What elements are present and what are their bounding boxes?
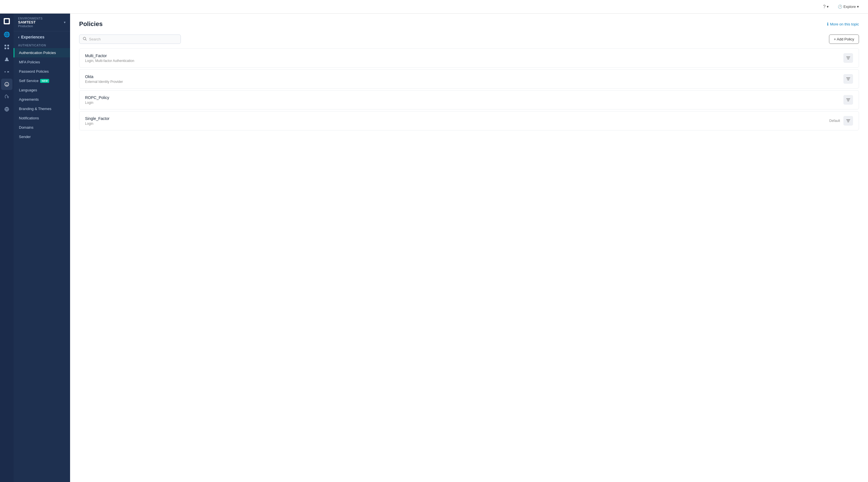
search-icon: [83, 37, 87, 41]
svg-point-10: [83, 37, 86, 40]
policy-actions-button[interactable]: [843, 74, 853, 84]
env-label: Environments: [18, 17, 43, 20]
svg-point-7: [5, 82, 9, 86]
explore-label: Explore: [843, 4, 856, 9]
default-badge: Default: [829, 119, 840, 123]
rail-item-fingerprint[interactable]: [1, 91, 12, 103]
sidebar-back-label: Experiences: [21, 35, 44, 39]
help-icon: ?: [823, 4, 826, 9]
policy-row-right: [843, 74, 853, 84]
svg-line-11: [86, 39, 87, 41]
rail-item-experiences[interactable]: [1, 79, 12, 90]
svg-rect-23: [847, 122, 849, 122]
table-row[interactable]: Multi_Factor Login, Multi-factor Authent…: [79, 48, 859, 67]
env-sub: Production: [18, 24, 43, 28]
search-box: [79, 34, 181, 44]
sidebar-item-auth-policies-label: Authentication Policies: [19, 51, 56, 55]
policy-info: Single_Factor Login: [85, 116, 829, 125]
rail-item-users[interactable]: [1, 54, 12, 65]
policy-name: Okta: [85, 75, 843, 79]
sidebar-item-notifications[interactable]: Notifications: [13, 113, 70, 123]
policy-row-right: [843, 53, 853, 63]
env-chevron-icon: ▾: [64, 20, 66, 24]
sidebar-item-domains[interactable]: Domains: [13, 123, 70, 132]
more-on-topic-label: More on this topic: [830, 22, 859, 26]
rail-item-integrations[interactable]: [1, 104, 12, 115]
sidebar-item-mfa-policies-label: MFA Policies: [19, 60, 40, 64]
policy-row-right: Default: [829, 116, 853, 125]
sidebar: Environments SAMTEST Production ▾ ‹ Expe…: [13, 13, 70, 482]
svg-rect-0: [4, 45, 6, 47]
policy-list: Multi_Factor Login, Multi-factor Authent…: [79, 48, 859, 132]
more-on-topic-link[interactable]: ℹ More on this topic: [827, 22, 859, 26]
sidebar-item-self-service[interactable]: Self Service NEW: [13, 76, 70, 85]
policy-name: Multi_Factor: [85, 53, 843, 58]
help-chevron: ▾: [827, 4, 829, 9]
svg-rect-16: [847, 79, 849, 79]
policy-actions-button[interactable]: [843, 53, 853, 63]
svg-point-5: [4, 71, 6, 73]
policy-row-right: [843, 95, 853, 105]
page-title: Policies: [79, 20, 102, 28]
sidebar-item-mfa-policies[interactable]: MFA Policies: [13, 57, 70, 67]
policy-description: Login: [85, 122, 829, 125]
svg-rect-20: [847, 101, 849, 101]
app-body: 🌐: [0, 13, 868, 482]
explore-button[interactable]: 🕐 Explore ▾: [834, 3, 862, 10]
sidebar-item-domains-label: Domains: [19, 125, 33, 130]
sidebar-item-sender[interactable]: Sender: [13, 132, 70, 141]
svg-rect-22: [847, 120, 849, 121]
sidebar-item-agreements[interactable]: Agreements: [13, 95, 70, 104]
new-badge: NEW: [40, 79, 49, 83]
table-row[interactable]: Okta External Identity Provider: [79, 69, 859, 88]
table-row[interactable]: ROPC_Policy Login: [79, 90, 859, 110]
back-arrow-icon: ‹: [18, 35, 20, 39]
sidebar-item-password-policies[interactable]: Password Policies: [13, 67, 70, 76]
sidebar-item-agreements-label: Agreements: [19, 97, 39, 102]
table-row[interactable]: Single_Factor Login Default: [79, 111, 859, 131]
sidebar-item-auth-policies[interactable]: Authentication Policies: [13, 48, 70, 57]
search-input[interactable]: [89, 37, 177, 41]
ping-logo: [4, 18, 10, 24]
auth-section-label: AUTHENTICATION: [13, 41, 70, 48]
topbar: ? ▾ 🕐 Explore ▾: [0, 0, 868, 13]
policy-info: Multi_Factor Login, Multi-factor Authent…: [85, 53, 843, 63]
sidebar-item-branding-themes-label: Branding & Themes: [19, 107, 52, 111]
main-content: Policies ℹ More on this topic + Add Poli…: [70, 13, 868, 482]
svg-rect-17: [847, 80, 849, 80]
env-name: SAMTEST: [18, 20, 43, 24]
sidebar-item-notifications-label: Notifications: [19, 116, 39, 120]
add-policy-label: + Add Policy: [834, 37, 854, 41]
policy-info: Okta External Identity Provider: [85, 75, 843, 84]
svg-rect-13: [847, 58, 849, 58]
policy-actions-button[interactable]: [843, 116, 853, 125]
info-circle-icon: ℹ: [827, 22, 829, 26]
page-header: Policies ℹ More on this topic: [79, 20, 859, 28]
policy-info: ROPC_Policy Login: [85, 95, 843, 105]
explore-chevron: ▾: [857, 4, 859, 9]
env-selector[interactable]: Environments SAMTEST Production ▾: [13, 13, 70, 31]
svg-rect-18: [846, 98, 850, 99]
svg-rect-15: [846, 78, 850, 78]
policy-actions-button[interactable]: [843, 95, 853, 105]
svg-rect-2: [4, 48, 6, 49]
sidebar-item-branding-themes[interactable]: Branding & Themes: [13, 104, 70, 113]
rail-item-flows[interactable]: [1, 66, 12, 78]
policy-name: ROPC_Policy: [85, 95, 843, 100]
svg-rect-12: [846, 57, 850, 57]
add-policy-button[interactable]: + Add Policy: [829, 34, 859, 44]
sidebar-item-sender-label: Sender: [19, 135, 31, 139]
sidebar-back-button[interactable]: ‹ Experiences: [13, 31, 70, 41]
help-button[interactable]: ? ▾: [820, 3, 832, 11]
policy-name: Single_Factor: [85, 116, 829, 121]
sidebar-item-languages[interactable]: Languages: [13, 85, 70, 95]
rail-item-globe[interactable]: 🌐: [1, 29, 12, 40]
rail-item-dashboard[interactable]: [1, 41, 12, 53]
toolbar: + Add Policy: [79, 34, 859, 44]
explore-clock-icon: 🕐: [838, 4, 842, 9]
ping-logo-inner: [5, 19, 9, 23]
policy-description: Login: [85, 101, 843, 105]
sidebar-item-password-policies-label: Password Policies: [19, 69, 49, 74]
svg-rect-21: [846, 119, 850, 120]
policy-description: External Identity Provider: [85, 80, 843, 84]
